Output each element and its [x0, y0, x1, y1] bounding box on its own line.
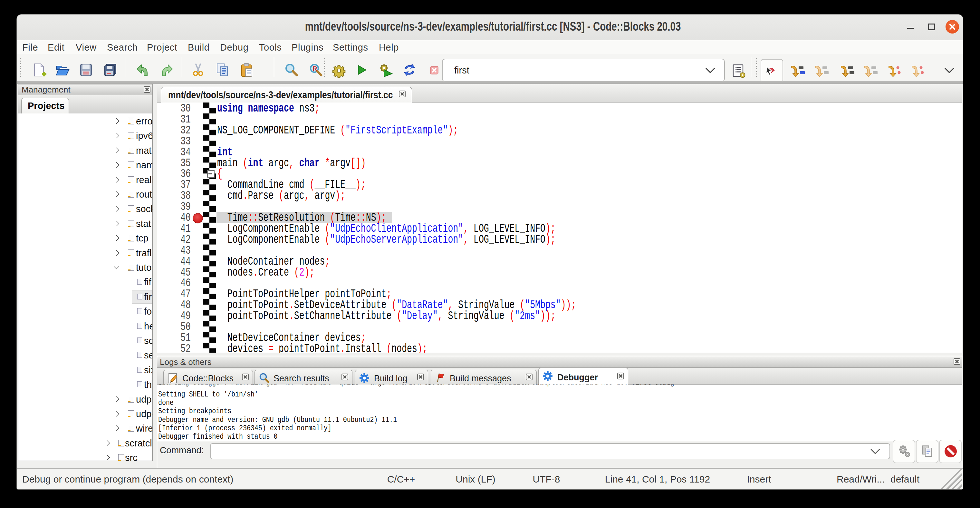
svg-text:R: R	[312, 65, 317, 72]
